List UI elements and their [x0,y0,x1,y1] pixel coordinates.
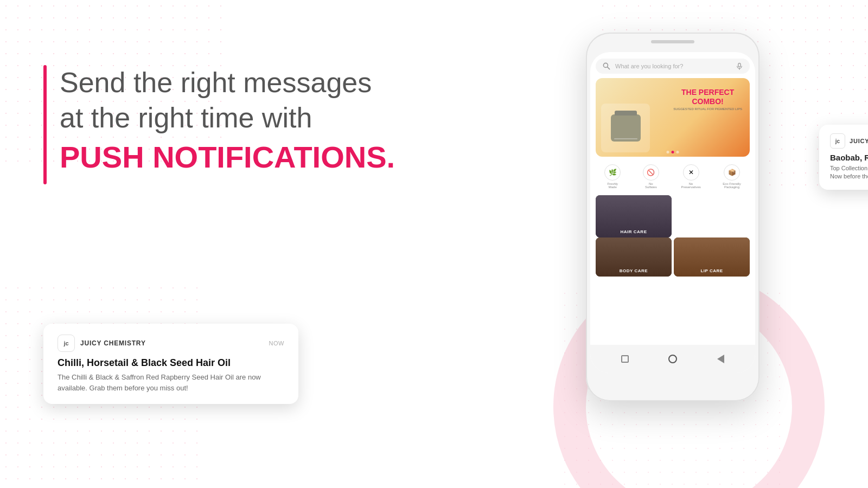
banner-product-image [601,104,650,152]
phone-mockup: What are you looking for? THE PERFECT [586,33,760,401]
lip-care-label: LIP CARE [674,268,750,273]
category-hair-care[interactable]: HAIR CARE [596,195,672,237]
right-category-col [674,195,750,237]
feature-no-sulfates: 🚫 NoSulfates [643,164,659,189]
search-icon [602,62,611,70]
banner-title-line1: THE PERFECT [673,88,742,97]
phone-search-bar[interactable]: What are you looking for? [596,59,750,74]
banner-dot-2 [672,151,674,153]
no-sulfates-icon: 🚫 [643,164,659,181]
notif-bottom-time: NOW [269,340,284,346]
feature-no-preservatives: ✕ NoPreservatives [681,164,700,189]
phone-banner: THE PERFECT COMBO! SUGGESTED RITUAL FOR … [596,78,750,157]
headline-line2: at the right time with [60,100,412,136]
feature-eco-packaging: 📦 Eco FriendlyPackaging [723,164,741,189]
notif-bottom-brand-name: JUICY CHEMISTRY [80,339,146,347]
notif-top-brand-name: JUICY CHEMISTRY [850,138,868,144]
nav-home-button[interactable] [667,354,678,364]
phone-bottom-nav [590,345,755,373]
banner-subtitle: SUGGESTED RITUAL FOR PIGMENTED LIPS [673,107,742,111]
notif-bottom-header: jc JUICY CHEMISTRY NOW [58,335,284,352]
nav-circle-icon [668,355,677,363]
banner-text-block: THE PERFECT COMBO! SUGGESTED RITUAL FOR … [673,88,742,111]
left-content-block: Send the right messages at the right tim… [43,65,412,175]
notif-bottom-brand-icon: jc [58,335,75,352]
search-placeholder-text: What are you looking for? [615,63,731,69]
category-lip-care[interactable]: LIP CARE [674,237,750,277]
nav-square-icon [621,355,629,363]
features-row: 🌿 FreshlyMade 🚫 NoSulfates ✕ NoPreservat… [593,161,752,192]
no-preservatives-label: NoPreservatives [681,182,700,189]
notif-top-brand-row: jc JUICY CHEMISTRY [830,133,868,149]
feature-freshly-made: 🌿 FreshlyMade [604,164,621,189]
banner-dot-3 [676,151,679,153]
category-grid: HAIR CARE [596,195,750,237]
second-category-row: BODY CARE LIP CARE [596,237,750,277]
freshly-made-icon: 🌿 [604,164,621,181]
headline-text-block: Send the right messages at the right tim… [43,65,412,175]
phone-outer-shell: What are you looking for? THE PERFECT [586,33,760,401]
no-sulfates-label: NoSulfates [645,182,657,189]
banner-dots-indicator [667,151,679,153]
hair-care-label: HAIR CARE [596,229,672,234]
banner-dot-1 [667,151,669,153]
body-care-label: BODY CARE [596,268,672,273]
svg-rect-2 [738,63,741,67]
notif-bottom-body: The Chilli & Black & Saffron Red Rapberr… [58,372,284,393]
notification-card-bottom: jc JUICY CHEMISTRY NOW Chilli, Horsetail… [43,324,298,404]
eco-packaging-label: Eco FriendlyPackaging [723,182,741,189]
no-preservatives-icon: ✕ [683,164,699,181]
banner-title-line2: COMBO! [673,97,742,106]
notification-card-top: jc JUICY CHEMISTRY 10 MIN AGO Baobab, Ro… [819,125,868,190]
freshly-made-label: FreshlyMade [607,182,618,189]
notif-top-title: Baobab, Rosemary &Tea Tree [830,153,868,162]
nav-recent-button[interactable] [715,354,726,364]
notif-bottom-brand-row: jc JUICY CHEMISTRY [58,335,146,352]
notif-bottom-title: Chilli, Horsetail & Black Seed Hair Oil [58,357,284,369]
phone-notch [651,40,694,43]
category-body-care[interactable]: BODY CARE [596,237,672,277]
notif-top-brand-icon: jc [830,133,845,149]
headline-line1: Send the right messages [60,65,412,100]
notif-top-header: jc JUICY CHEMISTRY 10 MIN AGO [830,133,868,149]
nav-back-button[interactable] [620,354,630,364]
svg-line-1 [608,67,610,69]
pink-border-bar [43,65,47,184]
nav-triangle-icon [717,355,724,363]
notif-top-body: Top Collection of hair care products you… [830,164,868,181]
headline-line3: PUSH NOTIFICATIONS. [60,139,412,175]
eco-packaging-icon: 📦 [724,164,740,181]
phone-screen: What are you looking for? THE PERFECT [590,52,755,373]
mic-icon [736,62,743,70]
